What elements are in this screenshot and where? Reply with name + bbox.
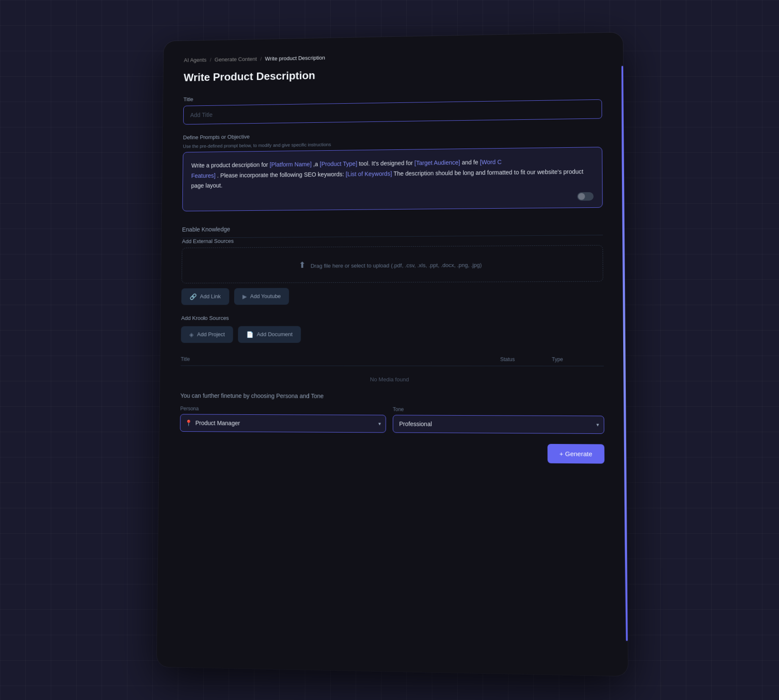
prompt-highlight-features: Features] (191, 172, 215, 179)
tone-select[interactable]: Professional (393, 415, 605, 434)
selectors-row: Persona 📍 Product Manager ▾ Tone Profess… (180, 405, 604, 434)
add-project-label: Add Project (197, 331, 225, 338)
upload-text: Drag file here or select to upload (.pdf… (311, 262, 482, 269)
tone-group: Tone Professional ▾ (393, 406, 605, 434)
breadcrumb-generate-content[interactable]: Generate Content (215, 56, 257, 63)
breadcrumb-current: Write product Description (265, 55, 325, 62)
breadcrumb-ai-agents[interactable]: AI Agents (184, 57, 207, 63)
enable-knowledge-label: Enable Knowledge (182, 226, 230, 233)
prompt-plain4: and fe (462, 159, 478, 165)
prompt-plain1: Write a product description for (191, 161, 270, 169)
prompt-plain5: . Please incorporate the following SEO k… (217, 171, 346, 179)
persona-pin-icon: 📍 (185, 419, 192, 426)
persona-label: Persona (180, 405, 386, 412)
prompt-plain2: ,a (313, 161, 320, 168)
page-title: Write Product Description (184, 64, 602, 84)
generate-btn-container: + Generate (180, 441, 604, 463)
page-content: AI Agents / Generate Content / Write pro… (157, 32, 628, 676)
upload-area[interactable]: ⬆ Drag file here or select to upload (.p… (182, 245, 603, 283)
prompt-section: Define Prompts or Objective Use the pre-… (182, 129, 603, 211)
add-document-label: Add Document (257, 331, 293, 337)
enable-knowledge-row: Enable Knowledge (182, 218, 603, 238)
generate-button[interactable]: + Generate (547, 444, 605, 463)
persona-select[interactable]: Product Manager (180, 414, 386, 433)
prompt-highlight-keywords: [List of Keywords] (345, 170, 392, 177)
tone-label: Tone (393, 406, 604, 413)
source-buttons: 🔗 Add Link ▶ Add Youtube (181, 287, 603, 305)
add-link-label: Add Link (200, 293, 221, 300)
persona-selector-wrapper: 📍 Product Manager ▾ (180, 414, 386, 433)
prompt-container[interactable]: Write a product description for [Platfor… (182, 147, 603, 211)
tone-selector-wrapper: Professional ▾ (393, 415, 605, 434)
col-type: Type (552, 356, 604, 362)
link-icon: 🔗 (190, 293, 197, 300)
prompt-text: Write a product description for [Platfor… (191, 156, 594, 191)
kroolo-sources-label: Add Kroolo Sources (181, 314, 604, 321)
media-table-header: Title Status Type (181, 353, 604, 366)
add-project-button[interactable]: ◈ Add Project (181, 326, 233, 343)
add-youtube-label: Add Youtube (250, 293, 281, 299)
prompt-section-label: Define Prompts or Objective (183, 129, 602, 141)
add-link-button[interactable]: 🔗 Add Link (181, 288, 229, 305)
prompt-highlight-product-type: [Product Type] (320, 160, 357, 168)
prompt-plain3: tool. It's designed for (359, 160, 414, 167)
prompt-highlight-audience: [Target Audience] (414, 159, 460, 166)
upload-icon: ⬆ (298, 260, 306, 270)
external-sources-section: Add External Sources ⬆ Drag file here or… (181, 235, 603, 305)
prompt-plain6: The description should be (393, 169, 463, 177)
toggle-container (191, 192, 594, 204)
col-title: Title (181, 356, 500, 362)
add-youtube-button[interactable]: ▶ Add Youtube (234, 288, 289, 305)
persona-group: Persona 📍 Product Manager ▾ (180, 405, 386, 433)
prompt-highlight-platform: [Platform Name] (270, 161, 312, 168)
kroolo-sources-section: Add Kroolo Sources ◈ Add Project 📄 Add D… (181, 314, 603, 343)
breadcrumb: AI Agents / Generate Content / Write pro… (184, 50, 602, 63)
title-section: Title (183, 90, 602, 124)
kroolo-buttons: ◈ Add Project 📄 Add Document (181, 325, 603, 343)
title-input[interactable] (183, 99, 602, 125)
youtube-icon: ▶ (242, 293, 247, 300)
add-document-button[interactable]: 📄 Add Document (238, 326, 301, 343)
no-media-message: No Media found (180, 366, 604, 393)
main-card: AI Agents / Generate Content / Write pro… (157, 32, 628, 676)
project-icon: ◈ (189, 331, 194, 338)
breadcrumb-sep2: / (260, 56, 262, 62)
col-status: Status (500, 356, 552, 362)
generate-btn-label: + Generate (559, 450, 592, 457)
prompt-toggle[interactable] (577, 192, 594, 200)
breadcrumb-sep1: / (210, 57, 212, 63)
document-icon: 📄 (246, 331, 254, 338)
finetune-label: You can further finetune by choosing Per… (180, 392, 604, 400)
prompt-highlight-wordcount: [Word C (480, 159, 501, 165)
